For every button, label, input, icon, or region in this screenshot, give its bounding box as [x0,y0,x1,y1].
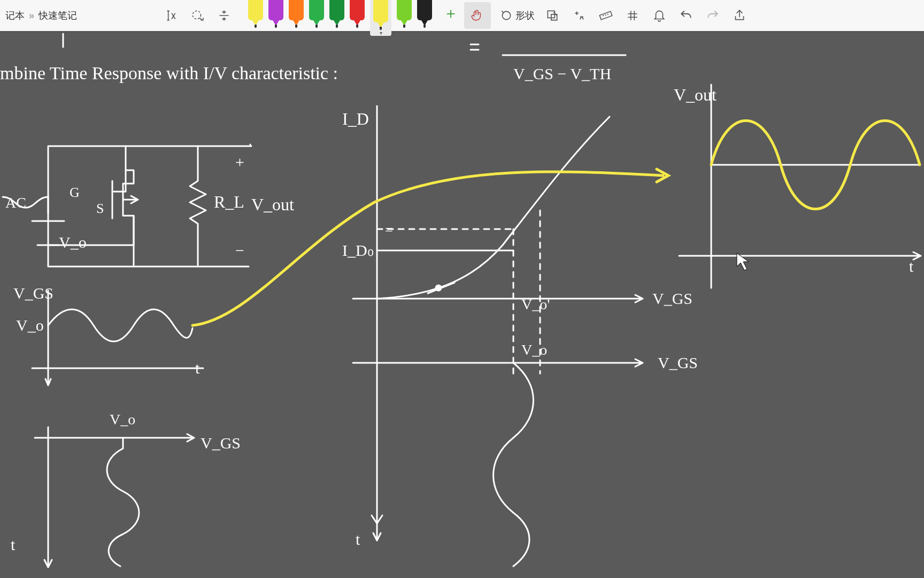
svg-text:t: t [356,530,360,548]
svg-text:t: t [909,257,914,275]
lasso-icon [190,9,204,22]
undo-icon [679,9,693,22]
grid-button[interactable] [619,2,646,29]
breadcrumb-sep: » [29,10,34,21]
svg-text:V_out: V_out [674,85,717,104]
svg-text:mbine  Time  Response   with  : mbine Time Response with I/V characteris… [0,63,338,83]
svg-text:−: − [235,241,244,259]
svg-point-4 [436,285,441,291]
shapes-label: 形状 [515,9,535,22]
svg-text:V_GS: V_GS [658,354,698,371]
pen-palette: ▾ ＋ [248,0,464,31]
share-button[interactable] [726,2,753,29]
finger-icon [471,9,484,22]
touch-draw-toggle[interactable] [464,2,491,29]
pen-lime[interactable] [397,0,412,20]
chevron-down-icon: ▾ [380,30,382,36]
note-canvas[interactable]: mbine Time Response with I/V characteris… [0,31,924,578]
svg-text:S: S [96,201,104,216]
svg-text:=: = [385,222,393,238]
svg-text:V_o: V_o [59,233,87,251]
bell-icon [652,9,666,22]
redo-button[interactable] [699,2,726,29]
share-icon [733,9,746,22]
svg-text:R_L: R_L [214,192,244,211]
handwriting-layer: mbine Time Response with I/V characteris… [0,31,924,578]
link-button[interactable] [539,2,566,29]
svg-text:I_D₀: I_D₀ [342,241,374,259]
shapes-button[interactable]: 形状 [495,2,539,29]
notifications-button[interactable] [646,2,673,29]
replace-text-button[interactable] [566,2,592,29]
svg-text:V_GS: V_GS [13,284,53,302]
ruler-button[interactable] [592,2,619,29]
undo-button[interactable] [673,2,699,29]
split-icon [217,9,231,22]
svg-text:V_GS − V_TH: V_GS − V_TH [513,65,611,82]
breadcrumb[interactable]: 记本 » 快速笔记 [0,9,82,22]
pen-black[interactable] [417,0,432,20]
svg-text:V_GS: V_GS [652,290,692,307]
svg-text:t: t [195,359,200,377]
replace-icon [572,9,586,22]
handwritten-text: mbine Time Response with I/V characteris… [0,63,914,553]
pen-green-1[interactable] [309,0,324,20]
breadcrumb-notebook[interactable]: 记本 [5,9,25,22]
redo-icon [706,9,720,22]
svg-point-1 [502,11,510,19]
svg-text:V_o: V_o [521,341,547,358]
pen-yellow-1[interactable] [248,0,263,20]
top-toolbar: 记本 » 快速笔记 ▾ ＋ 形状 [0,0,924,31]
svg-text:V_out: V_out [251,195,294,214]
svg-text:+: + [235,153,244,171]
shape-icon [499,9,513,22]
breadcrumb-page[interactable]: 快速笔记 [38,9,77,22]
svg-text:V_o: V_o [110,411,135,428]
pen-green-2[interactable] [329,0,344,20]
svg-text:V_o': V_o' [521,296,550,313]
ruler-icon [599,9,613,22]
svg-text:G: G [70,185,80,200]
grid-icon [626,9,640,22]
svg-text:I_D: I_D [342,109,369,128]
svg-point-0 [192,11,201,19]
insert-space-tool[interactable] [211,2,237,29]
add-pen-button[interactable]: ＋ [437,0,464,27]
link-icon [545,9,559,22]
svg-text:AC: AC [5,194,26,211]
pen-yellow-selected[interactable]: ▾ [370,0,391,36]
pen-red[interactable] [350,0,365,20]
svg-text:V_GS: V_GS [201,434,241,452]
svg-text:V_o: V_o [16,316,44,334]
text-cursor-tool[interactable] [157,2,184,29]
svg-text:t: t [11,536,16,553]
text-cursor-icon [164,9,178,22]
pen-purple[interactable] [268,0,283,20]
pen-orange[interactable] [289,0,304,20]
lasso-tool[interactable] [184,2,211,29]
